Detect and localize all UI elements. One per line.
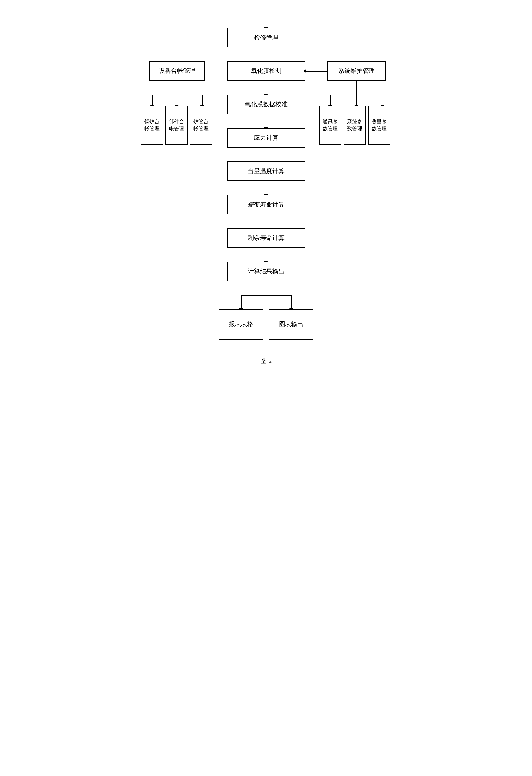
line-guolu: [152, 94, 153, 106]
arrow-dangliang-manbian: [266, 181, 267, 195]
bujian-label: 部件台帐管理: [167, 118, 186, 132]
xitong-canshu-label: 系统参数管理: [345, 118, 364, 132]
line-jieguo-split: [266, 281, 267, 295]
arrow-jiaozhun-yingli: [266, 114, 267, 128]
jiuxiu-box: 检修管理: [227, 28, 305, 47]
line-xitong-canshu: [356, 94, 357, 106]
line-baobiao: [241, 295, 242, 309]
baobiao-label: 报表表格: [229, 320, 253, 329]
manbian-label: 蠕变寿命计算: [248, 200, 285, 209]
arrow-top: [266, 17, 267, 28]
shebei-box: 设备台帐管理: [149, 61, 205, 81]
celiang-box: 测量参数管理: [368, 106, 390, 145]
line-xitong-down: [356, 81, 357, 94]
tubiao-box: 图表输出: [269, 309, 314, 340]
diagram: 检修管理 氧化膜检测 氧化膜数据校准 应力计算 当量温度计算 蠕变寿命计算 剩余…: [141, 17, 391, 740]
arrow-manbian-shengyu: [266, 214, 267, 228]
luguan-box: 炉管台帐管理: [190, 106, 212, 145]
celiang-label: 测量参数管理: [370, 118, 388, 132]
jiuxiu-label: 检修管理: [254, 33, 279, 42]
arrow-yingli-dangliang: [266, 148, 267, 161]
yanghuamo-jiance-label: 氧化膜检测: [251, 67, 282, 75]
caption-text: 图 2: [260, 357, 272, 364]
guolu-label: 锅炉台帐管理: [143, 118, 161, 132]
dangliangwendu-box: 当量温度计算: [227, 161, 305, 181]
line-shebei-down: [177, 81, 177, 94]
shebei-label: 设备台帐管理: [159, 67, 195, 75]
yingli-box: 应力计算: [227, 128, 305, 148]
bujian-box: 部件台帐管理: [165, 106, 188, 145]
shengyu-box: 剩余寿命计算: [227, 228, 305, 248]
shengyu-label: 剩余寿命计算: [248, 234, 285, 242]
arrow-yang-jiaozhun: [266, 81, 267, 94]
xitong-weihu-label: 系统维护管理: [338, 67, 375, 75]
arrow-jiuxiu-yang: [266, 47, 267, 61]
dangliangwendu-label: 当量温度计算: [248, 167, 285, 176]
xitong-canshu-box: 系统参数管理: [344, 106, 366, 145]
baobiao-box: 报表表格: [219, 309, 263, 340]
line-tubiao: [291, 295, 292, 309]
xitong-weihu-box: 系统维护管理: [327, 61, 386, 81]
line-celiang: [382, 94, 383, 106]
line-bujian: [177, 94, 177, 106]
arrow-shengyu-jieguo: [266, 248, 267, 262]
tongxun-box: 通讯参数管理: [319, 106, 341, 145]
luguan-label: 炉管台帐管理: [192, 118, 210, 132]
tubiao-label: 图表输出: [279, 320, 304, 329]
yanghuamo-jiaozhun-label: 氧化膜数据校准: [245, 100, 288, 109]
line-split-h: [241, 295, 291, 296]
line-xitong-arrow: [306, 71, 327, 71]
yingli-label: 应力计算: [254, 134, 279, 142]
yanghuamo-jiaozhun-box: 氧化膜数据校准: [227, 94, 305, 114]
line-luguan: [202, 94, 203, 106]
manbian-box: 蠕变寿命计算: [227, 195, 305, 214]
jisuan-jieguo-label: 计算结果输出: [248, 267, 285, 276]
line-tongxun: [330, 94, 331, 106]
yanghuamo-jiance-box: 氧化膜检测: [227, 61, 305, 81]
figure-caption: 图 2: [249, 356, 283, 365]
tongxun-label: 通讯参数管理: [321, 118, 339, 132]
guolu-box: 锅炉台帐管理: [141, 106, 163, 145]
jisuan-jieguo-box: 计算结果输出: [227, 262, 305, 281]
